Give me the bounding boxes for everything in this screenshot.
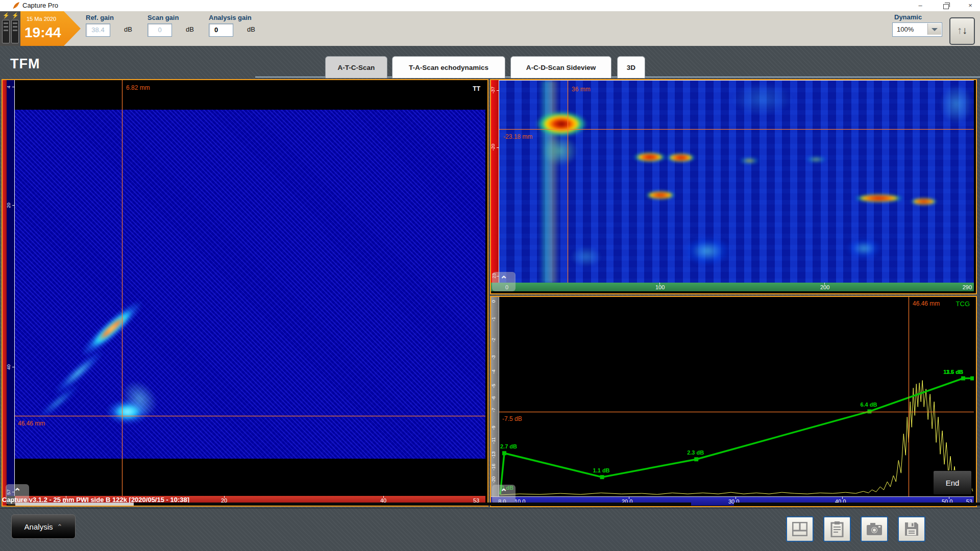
tcg-cursor-y-readout: -7.5 dB <box>502 415 522 422</box>
svg-text:1.1 dB: 1.1 dB <box>593 467 610 473</box>
taskbar-segment <box>734 503 980 506</box>
analysis-gain-unit: dB <box>247 26 255 33</box>
tt-cursor-x-readout: 6.82 mm <box>126 84 150 91</box>
sideview-cursor-y-readout: -23.18 mm <box>503 133 532 140</box>
charging-icon: ⚡ <box>12 12 19 19</box>
chevron-up-icon: ⌃ <box>492 485 516 500</box>
taskbar-segment <box>15 503 134 506</box>
tcg-cursor-horizontal[interactable] <box>499 412 974 412</box>
layout-icon <box>792 522 807 536</box>
battery-icon <box>11 20 19 43</box>
dynamic-label: Dynamic <box>894 13 922 21</box>
snapshot-button[interactable] <box>861 516 888 542</box>
floppy-icon <box>904 522 919 536</box>
taskbar-segment <box>134 503 691 506</box>
tab-t-a-scan-echodynamics[interactable]: T-A-Scan echodynamics <box>392 56 505 78</box>
charging-icon: ⚡ <box>3 12 10 19</box>
ruler-tick-label: -2 <box>491 338 496 342</box>
tcg-ascan-chart: 2.7 dB1.1 dB2.3 dB6.4 dB11.5 dB13.6 dB <box>499 297 974 496</box>
tcg-mode-label: TCG <box>956 300 970 308</box>
ruler-tick-label: -5 <box>491 384 496 388</box>
ruler-tick-label: -7 <box>491 408 496 412</box>
end-button[interactable]: End <box>933 470 972 495</box>
tcg-panel: 0 -1 -2 -3 -4 -5 -6 -7 -9 -11 -13 -16 -2… <box>490 296 977 507</box>
sideview-cursor-x-readout: 36 mm <box>572 86 591 93</box>
svg-text:2.7 dB: 2.7 dB <box>500 443 517 449</box>
axis-tick-label: 100 <box>655 284 665 290</box>
tcg-amplitude-ruler: 0 -1 -2 -3 -4 -5 -6 -7 -9 -11 -13 -16 -2… <box>491 297 499 496</box>
tt-view-label: TT <box>473 85 480 92</box>
scan-gain-label: Scan gain <box>148 14 179 21</box>
app-icon <box>12 2 20 10</box>
ref-gain-unit: dB <box>124 26 132 33</box>
tt-amplitude-strip <box>3 80 7 506</box>
title-bar: Capture Pro – × <box>0 0 980 11</box>
ruler-tick-label: 0 <box>491 300 496 303</box>
ruler-tick-label: -13 <box>491 452 496 459</box>
ref-gain-label: Ref. gain <box>86 14 114 21</box>
battery-status-panel: ⚡ ⚡ <box>0 11 20 46</box>
analysis-menu-button[interactable]: Analysis ⌃ <box>11 514 76 539</box>
ruler-tick-label: -6 <box>491 396 496 400</box>
tcg-expander-button[interactable]: ⌃ <box>492 485 516 504</box>
chevron-down-icon[interactable] <box>927 23 941 35</box>
sideview-cursor-vertical[interactable] <box>568 81 568 283</box>
chevron-up-icon: ⌃ <box>492 272 516 287</box>
save-button[interactable] <box>898 516 925 542</box>
sideview-depth-ruler: -37 -20 23 <box>491 80 499 283</box>
minimize-button[interactable]: – <box>912 0 929 11</box>
clipboard-icon <box>830 521 844 537</box>
ref-gain-input[interactable]: 38.4 <box>86 23 110 37</box>
analysis-label: Analysis <box>24 522 53 531</box>
tcg-chart-area[interactable]: 2.7 dB1.1 dB2.3 dB6.4 dB11.5 dB13.6 dB 4… <box>499 297 974 496</box>
sort-updown-button[interactable]: ↑↓ <box>949 17 975 45</box>
time-label: 19:44 <box>24 24 61 41</box>
dynamic-select[interactable]: 100% <box>892 22 942 37</box>
ruler-tick-label: -11 <box>491 437 496 444</box>
tab-a-t-c-scan[interactable]: A-T-C-Scan <box>325 56 387 78</box>
ruler-tick-label: -3 <box>491 355 496 359</box>
datetime-badge: 15 Ma 2020 19:44 <box>20 11 81 46</box>
svg-text:2.3 dB: 2.3 dB <box>687 449 704 456</box>
analysis-gain-input[interactable]: 0 <box>209 23 233 37</box>
restore-button[interactable] <box>937 0 954 11</box>
close-button[interactable]: × <box>962 0 979 11</box>
tt-cursor-y-readout: 46.46 mm <box>18 420 45 427</box>
svg-text:6.4 dB: 6.4 dB <box>860 402 877 408</box>
layout-button[interactable] <box>786 516 814 542</box>
sideview-cursor-horizontal[interactable] <box>499 129 974 130</box>
tt-depth-ruler: 4 20 40 57 <box>7 80 15 496</box>
scan-gain-input[interactable]: 0 <box>148 23 172 37</box>
end-label: End <box>946 479 960 487</box>
tab-a-c-d-scan-sideview[interactable]: A-C-D-Scan Sideview <box>510 56 611 78</box>
scan-gain-unit: dB <box>186 26 194 33</box>
ruler-tick-label: -4 <box>491 369 496 373</box>
dynamic-value: 100% <box>897 26 914 33</box>
tt-scan-image[interactable]: 6.82 mm 46.46 mm TT <box>15 80 485 496</box>
tcg-cursor-x-readout: 46.46 mm <box>913 300 940 307</box>
sideview-scan-image[interactable]: 36 mm -23.18 mm <box>499 80 974 283</box>
ruler-tick-label: 4 <box>6 86 11 88</box>
tcg-cursor-vertical[interactable] <box>909 297 909 496</box>
tt-scan-cursor-horizontal[interactable] <box>15 416 485 416</box>
ruler-tick-label: -16 <box>491 464 496 471</box>
ruler-tick-label: -20 <box>491 477 496 484</box>
ruler-tick-label: -37 <box>490 87 496 94</box>
window-title: Capture Pro <box>22 2 58 9</box>
ruler-tick-label: 20 <box>6 203 11 208</box>
svg-text:13.6 dB: 13.6 dB <box>943 369 963 375</box>
sideview-panel: -37 -20 23 <box>490 79 977 294</box>
report-button[interactable] <box>823 516 851 542</box>
tab-3d[interactable]: 3D <box>617 56 645 78</box>
camera-icon <box>866 522 883 536</box>
axis-tick-label: 290 <box>963 284 972 290</box>
sideview-expander-button[interactable]: ⌃ <box>492 272 516 291</box>
analysis-gain-label: Analysis gain <box>209 14 252 21</box>
top-toolbar: ⚡ ⚡ 15 Ma 2020 19:44 Ref. gain 38.4 dB S… <box>0 11 980 46</box>
tt-scan-panel: 4 20 40 57 <box>2 79 488 507</box>
tt-scan-cursor-vertical[interactable] <box>122 80 122 496</box>
sideview-scan-axis: 0 100 200 290 <box>491 283 974 291</box>
ruler-tick-label: 40 <box>6 364 11 370</box>
date-label: 15 Ma 2020 <box>27 16 56 22</box>
ruler-tick-label: -1 <box>491 317 496 321</box>
